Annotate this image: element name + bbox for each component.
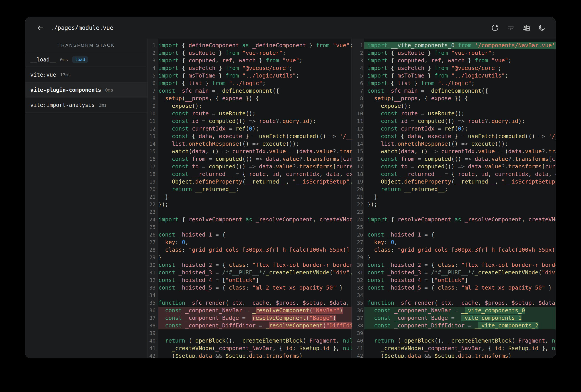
line-number: 37 [352,314,364,322]
code-line: const _hoisted_3 = /*#__PURE__*/_createE… [158,269,352,276]
plugin-name: vite:vue [30,72,56,78]
line-number: 33 [148,284,158,292]
code-line: expose(); [364,102,556,110]
code-line: import { useFetch } from "@vueuse/core"; [158,64,352,72]
line-number: 23 [352,208,364,216]
code-line: import { computed, ref, watch } from "vu… [158,57,352,64]
line-number: 12 [352,125,364,132]
line-number: 26 [352,231,364,238]
sidebar-item-load[interactable]: __load__ 0ms load [25,52,148,67]
line-number: 35 [352,299,364,307]
code-line: const _hoisted_2 = { class: "flex flex-c… [364,261,556,269]
code-line [158,292,352,299]
code-line: }); [158,201,352,208]
line-number: 25 [148,224,158,231]
wrap-lines-icon[interactable] [506,24,514,32]
code-line: const _component_Badge = _resolveCompone… [158,314,352,322]
line-number: 24 [352,216,364,224]
line-number: 6 [148,80,158,87]
sidebar-item-vite-import-analysis[interactable]: vite:import-analysis 2ms [25,98,148,113]
line-number: 9 [148,102,158,110]
line-number: 26 [148,231,158,238]
code-line: const _component_Badge = __vite_componen… [364,314,556,322]
code-line: function _sfc_render(_ctx, _cache, $prop… [364,299,556,307]
line-number: 8 [148,95,158,102]
line-number: 36 [352,307,364,314]
module-title-path: /pages/module.vue [54,24,114,31]
code-line: const _sfc_main = _defineComponent({ [364,87,556,95]
line-number: 18 [148,170,158,178]
plugin-name: vite:import-analysis [30,102,95,108]
load-badge: load [72,56,88,63]
code-line [158,208,352,216]
line-number: 32 [352,276,364,284]
code-line: _createVNode(_component_NavBar, { id: $s… [364,344,556,352]
line-number: 29 [352,254,364,261]
code-line: watch(data, () => currentIdx.value = (da… [158,148,352,155]
line-number: 36 [148,307,158,314]
code-line: return __returned__; [158,186,352,193]
line-number: 9 [352,102,364,110]
line-number: 39 [148,330,158,337]
top-bar: ./pages/module.vue [25,17,556,39]
code-line: const _hoisted_5 = { class: "ml-2 text-x… [158,284,352,292]
code-line: const _component_DiffEditor = _resolveCo… [158,322,352,330]
line-number: 42 [148,352,158,358]
code-line: const _hoisted_1 = { [158,231,352,238]
line-number: 4 [352,64,364,72]
code-line: import __vite_components_0 from '/compon… [364,42,556,49]
code-line [158,330,352,337]
code-line: import { useFetch } from "@vueuse/core"; [364,64,556,72]
sidebar-item-vite-plugin-components[interactable]: vite-plugin-components 0ms [25,82,148,98]
line-number: 6 [352,80,364,87]
dark-mode-icon[interactable] [538,24,546,32]
code-line: return (_openBlock(), _createElementBloc… [158,337,352,344]
code-line: key: 0, [364,238,556,246]
plugin-time: 17ms [60,72,71,78]
line-number: 16 [352,155,364,163]
line-number: 7 [148,87,158,95]
code-line: _createVNode(_component_NavBar, { id: $s… [158,344,352,352]
code-line: } [158,193,352,201]
line-number: 32 [148,276,158,284]
line-number: 33 [352,284,364,292]
back-button[interactable] [36,24,45,32]
line-number: 22 [352,201,364,208]
diff-left-pane[interactable]: import { defineComponent as _defineCompo… [158,38,352,358]
code-line: const _hoisted_4 = ["onClick"] [364,276,556,284]
line-number: 13 [352,132,364,140]
code-line: import { defineComponent as _defineCompo… [158,42,352,49]
line-number: 13 [148,132,158,140]
code-line: return (_openBlock(), _createElementBloc… [364,337,556,344]
code-line: key: 0, [158,238,352,246]
line-number: 35 [148,299,158,307]
line-number: 40 [352,337,364,344]
screen: ./pages/module.vue [0,0,581,392]
code-line: class: "grid grid-cols-[300px,3fr] h-[ca… [158,246,352,254]
code-line: import { resolveComponent as _resolveCom… [364,216,556,224]
left-line-number-gutter: 1234567891011121314151617181920212223242… [148,38,158,358]
line-number: 10 [148,110,158,118]
line-number: 5 [148,72,158,80]
line-number: 31 [148,269,158,276]
line-number: 38 [352,322,364,330]
line-number: 25 [352,224,364,231]
module-title: ./pages/module.vue [50,24,114,31]
transform-stack-sidebar: TRANSFORM STACK __load__ 0ms load vite:v… [25,38,148,358]
refresh-icon[interactable] [491,24,499,32]
sidebar-item-vite-vue[interactable]: vite:vue 17ms [25,67,148,82]
line-number: 38 [148,322,158,330]
code-line: const id = computed(() => route?.query.i… [158,118,352,125]
line-number: 19 [148,178,158,186]
side-by-side-icon[interactable] [522,24,530,32]
line-number: 41 [352,344,364,352]
line-number: 34 [352,292,364,299]
line-number: 2 [148,49,158,57]
code-line: setup(__props, { expose }) { [158,95,352,102]
code-line: import { useRoute } from "vue-router"; [158,49,352,57]
code-line: setup(__props, { expose }) { [364,95,556,102]
code-line: Object.defineProperty(__returned__, "__i… [364,178,556,186]
code-line: } [158,254,352,261]
code-line [364,330,556,337]
diff-right-pane[interactable]: import __vite_components_0 from '/compon… [364,38,556,358]
